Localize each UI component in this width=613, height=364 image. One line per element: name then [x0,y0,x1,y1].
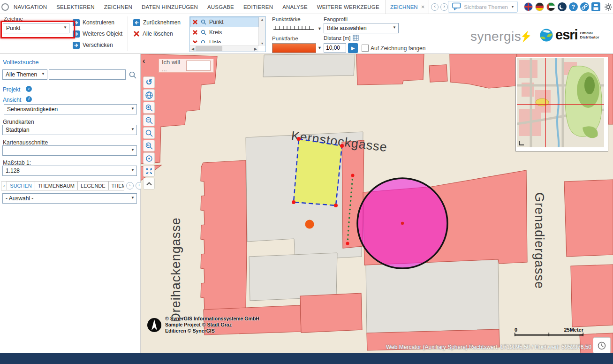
scroll-left-icon[interactable]: ◀ [191,47,194,51]
menu-item-selektieren[interactable]: SELEKTIEREN [52,4,99,10]
projekt-info-icon[interactable]: i [26,86,32,92]
blue-arrow-icon [73,30,80,38]
history-clock-button[interactable] [593,337,611,353]
map-canvas[interactable]: Kernstockgasse Dreihackengasse Grenadier… [141,54,613,353]
red-x-icon [192,40,198,43]
lightning-icon [521,30,531,44]
alle-loeschen-button[interactable]: Alle löschen [133,30,173,38]
snap-checkbox[interactable] [362,45,369,52]
save-icon[interactable] [591,2,600,11]
chevron-down-icon: ▼ [63,26,67,30]
zeichne-label: Zeichne [4,16,23,22]
dark-mode-moon-icon[interactable] [558,2,567,11]
verschicken-button[interactable]: Verschicken [73,41,113,49]
zoom-previous-button[interactable] [143,140,155,152]
theme-filter-dropdown[interactable]: Alle Themen ▼ [2,69,47,80]
line-style-dropdown-icon[interactable]: ▼ [318,27,322,31]
point-color-swatch[interactable] [272,43,316,53]
list-item-linie[interactable]: Linie [190,38,258,43]
search-icon[interactable] [129,71,137,79]
tabs-scroll-left-button[interactable]: ‹ [1,182,7,190]
kartenausschnitte-dropdown[interactable]: ▼ [2,145,137,156]
menu-item-ausgabe[interactable]: AUSGABE [203,4,239,10]
color-dropdown-icon[interactable]: ▼ [318,46,322,50]
language-arabic-icon[interactable] [546,2,555,11]
scroll-right-icon[interactable]: ▶ [254,47,257,51]
ich-will-label: Ich will ... [162,59,183,73]
overview-map[interactable] [515,57,608,152]
punktfarbe-label: Punktfarbe [272,36,298,41]
ansicht-dropdown[interactable]: Sehenswürdigkeiten ▼ [4,104,137,114]
scroll-down-icon[interactable]: ▼ [261,42,264,45]
volltextsuche-link[interactable]: Volltextsuche [3,59,39,66]
copyright-line: Editieren © SynerGIS [165,328,259,334]
tab-scroll-left-button[interactable]: ‹ [431,3,439,11]
menu-item-zeichnen[interactable]: ZEICHNEN [99,4,137,10]
synergis-logo: synergis [470,29,530,44]
collapse-sidebar-button[interactable]: ‹ [143,57,145,65]
menu-item-weitere-werkzeuge[interactable]: WEITERE WERKZEUGE [312,4,384,10]
magnifier-icon [201,40,206,43]
tab-legende[interactable]: LEGENDE [77,181,109,190]
chevron-down-icon: ▼ [131,168,135,172]
zoom-window-icon [145,129,153,137]
menu-item-daten-hinzufuegen[interactable]: DATEN HINZUFÜGEN [137,4,203,10]
street-label-dreihackengasse: Dreihackengasse [169,217,183,322]
help-icon[interactable]: ? [569,2,578,11]
tab-themen-clipped[interactable]: THEM [108,181,124,190]
tab-zeichnen-active[interactable]: ZEICHNEN × [386,0,429,14]
apply-distance-button[interactable]: ▶ [348,43,358,53]
overview-globe-button[interactable] [143,89,155,101]
tab-scroll-right-button[interactable]: › [440,3,448,11]
toolbar-collapse-button[interactable] [143,178,155,190]
konstruieren-button[interactable]: Konstruieren [73,18,114,27]
refresh-button[interactable]: ↺ [143,76,155,88]
full-extent-button[interactable] [143,165,155,177]
grundkarten-dropdown[interactable]: Stadtplan ▼ [2,125,137,135]
projekt-label[interactable]: Projekt [3,86,20,93]
fulltext-search-input[interactable] [49,69,126,80]
drawn-circle[interactable] [357,178,447,268]
weiteres-objekt-button[interactable]: Weiteres Objekt [73,30,122,38]
chevron-down-icon: ▼ [131,107,135,111]
menu-item-analyse[interactable]: ANALYSE [278,4,312,10]
scroll-up-icon[interactable]: ▲ [261,18,264,21]
line-style-preview[interactable] [272,24,315,32]
list-item-kreis[interactable]: Kreis [190,27,258,38]
menubar: NAVIGATION SELEKTIEREN ZEICHNEN DATEN HI… [0,0,613,14]
grid-table-icon[interactable] [353,35,359,41]
zoom-out-button[interactable] [143,114,155,126]
tabs-overflow-button[interactable]: › [126,182,134,190]
auswahl-dropdown[interactable]: - Auswahl - ▼ [2,193,137,204]
horizontal-scrollbar[interactable]: ◀ ▶ [190,46,258,52]
distanz-input[interactable] [324,43,346,53]
ansicht-label[interactable]: Ansicht [3,97,21,103]
language-english-icon[interactable] [524,2,533,11]
menu-item-navigation[interactable]: NAVIGATION [9,4,52,10]
center-map-button[interactable] [143,152,155,164]
menu-item-editieren[interactable]: EDITIEREN [239,4,278,10]
drawn-polygon[interactable] [292,137,344,207]
ansicht-info-icon[interactable]: i [26,96,32,102]
list-item-punkt[interactable]: Punkt [190,17,258,27]
share-link-icon[interactable] [580,2,589,11]
drawn-point[interactable] [305,220,314,229]
settings-gear-button[interactable]: ▾ [604,3,613,11]
vertical-scrollbar[interactable]: ▲ ▼ [258,17,265,46]
language-german-icon[interactable] [535,2,544,11]
close-tab-icon[interactable]: × [421,4,425,10]
scrollbar-thumb[interactable] [196,46,222,51]
ich-will-box[interactable]: Ich will ... [159,59,214,73]
snap-checkbox-label: Auf Zeichnung fangen [371,45,425,52]
zoom-in-button[interactable] [143,102,155,114]
zoom-window-button[interactable] [143,127,155,139]
visible-themes-dropdown[interactable]: Sichtbare Themen ▾ [448,1,518,13]
zeichne-dropdown[interactable]: Punkt ▼ [3,23,69,33]
massstab-dropdown[interactable]: 1.128 ▼ [2,166,137,176]
visible-themes-label: Sichtbare Themen [464,4,508,10]
tab-themenbaum[interactable]: THEMENBAUM [35,181,78,190]
tab-suchen[interactable]: SUCHEN [7,181,35,190]
fangprofil-dropdown[interactable]: Bitte auswählen ▼ [324,23,399,33]
ich-will-input[interactable] [186,61,211,71]
zuruecknehmen-button[interactable]: Zurücknehmen [133,18,181,27]
